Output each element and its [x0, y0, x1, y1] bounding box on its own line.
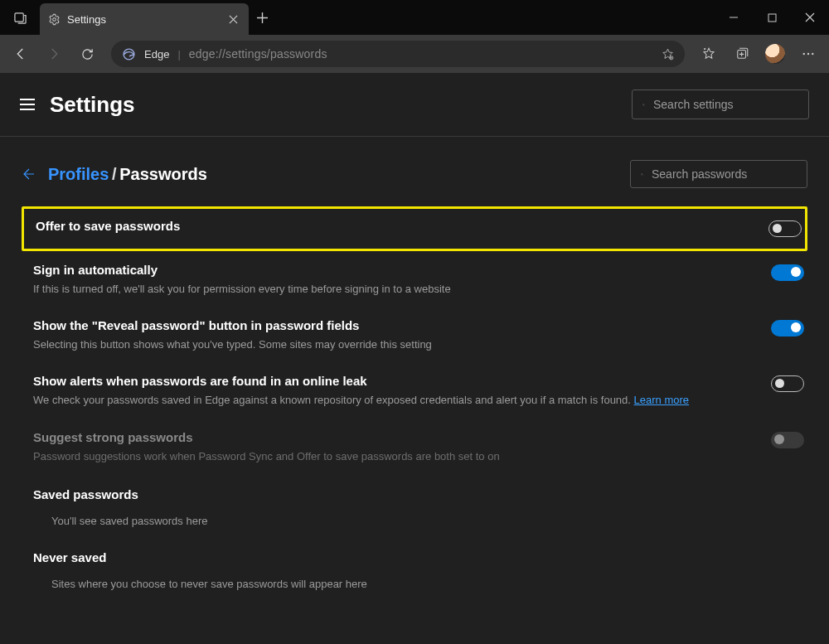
toggle-reveal-password[interactable]: [771, 320, 804, 337]
search-icon: [641, 168, 643, 181]
profile-button[interactable]: [759, 40, 791, 68]
address-url: edge://settings/passwords: [189, 47, 327, 61]
gear-icon: [48, 13, 61, 26]
search-passwords-input[interactable]: [652, 167, 797, 181]
minimize-button[interactable]: [715, 0, 753, 35]
page-title: Settings: [50, 92, 135, 118]
refresh-button[interactable]: [71, 40, 103, 68]
search-settings[interactable]: [632, 90, 809, 119]
setting-desc: If this is turned off, we'll ask you for…: [33, 282, 758, 297]
edge-logo-icon: [121, 46, 136, 61]
close-window-button[interactable]: [791, 0, 829, 35]
setting-title: Sign in automatically: [33, 263, 758, 277]
setting-desc: Selecting this button shows what you've …: [33, 337, 758, 352]
setting-title: Show the "Reveal password" button in pas…: [33, 318, 758, 332]
setting-leak-alerts: Show alerts when passwords are found in …: [22, 364, 807, 419]
tab-actions-icon[interactable]: [0, 0, 40, 35]
breadcrumb-back-icon[interactable]: [22, 167, 36, 182]
setting-desc-text: We check your passwords saved in Edge ag…: [33, 394, 634, 406]
setting-title: Suggest strong passwords: [33, 430, 758, 444]
avatar-icon: [765, 44, 785, 64]
setting-title: Show alerts when passwords are found in …: [33, 374, 758, 388]
svg-point-7: [807, 53, 809, 55]
setting-auto-signin: Sign in automatically If this is turned …: [22, 253, 807, 308]
back-button[interactable]: [5, 40, 36, 68]
svg-rect-0: [14, 12, 22, 21]
browser-toolbar: Edge | edge://settings/passwords: [0, 35, 829, 73]
toggle-auto-signin[interactable]: [771, 264, 804, 281]
setting-offer-save-passwords: Offer to save passwords: [22, 206, 807, 251]
breadcrumb-parent[interactable]: Profiles: [48, 165, 109, 183]
tab-title: Settings: [67, 13, 219, 26]
svg-point-8: [812, 53, 813, 55]
saved-passwords-empty: You'll see saved passwords here: [22, 506, 807, 539]
search-icon: [642, 99, 645, 111]
window-controls: [715, 0, 829, 35]
svg-point-3: [124, 49, 134, 60]
svg-point-6: [803, 53, 805, 55]
saved-passwords-heading: Saved passwords: [22, 476, 807, 506]
settings-header: Settings: [0, 73, 829, 137]
collections-button[interactable]: [726, 40, 758, 68]
breadcrumb-separator: /: [112, 165, 117, 183]
more-menu-button[interactable]: [793, 40, 824, 68]
setting-desc: Password suggestions work when Password …: [33, 449, 758, 464]
search-settings-input[interactable]: [653, 98, 798, 111]
breadcrumb-group: Profiles / Passwords: [48, 165, 207, 184]
search-passwords[interactable]: [630, 160, 807, 188]
breadcrumb: Profiles / Passwords: [22, 160, 807, 188]
maximize-button[interactable]: [753, 0, 791, 35]
favorite-icon[interactable]: [661, 47, 675, 61]
setting-desc: We check your passwords saved in Edge ag…: [33, 393, 758, 408]
toggle-offer-save-passwords[interactable]: [768, 220, 802, 237]
window-titlebar: Settings: [0, 0, 829, 35]
setting-reveal-password: Show the "Reveal password" button in pas…: [22, 308, 807, 364]
never-saved-heading: Never saved: [22, 539, 807, 569]
learn-more-link[interactable]: Learn more: [634, 394, 689, 406]
never-saved-empty: Sites where you choose to never save pas…: [22, 569, 807, 602]
new-tab-button[interactable]: [249, 0, 275, 35]
address-separator: |: [177, 48, 180, 61]
svg-rect-2: [768, 14, 776, 22]
address-bar[interactable]: Edge | edge://settings/passwords: [111, 41, 685, 67]
close-tab-icon[interactable]: [225, 15, 240, 24]
settings-content: Profiles / Passwords Offer to save passw…: [0, 137, 829, 602]
svg-point-1: [53, 17, 56, 21]
svg-point-10: [642, 173, 643, 175]
setting-suggest-strong-passwords: Suggest strong passwords Password sugges…: [22, 420, 807, 476]
forward-button[interactable]: [38, 40, 70, 68]
svg-point-9: [643, 104, 645, 105]
address-brand: Edge: [144, 48, 169, 61]
setting-title: Offer to save passwords: [36, 219, 755, 233]
favorites-button[interactable]: [693, 40, 725, 68]
breadcrumb-current: Passwords: [119, 165, 207, 183]
hamburger-menu-button[interactable]: [20, 99, 35, 110]
toggle-leak-alerts[interactable]: [771, 375, 804, 392]
toggle-suggest-strong-passwords: [771, 432, 804, 448]
browser-tab[interactable]: Settings: [40, 3, 249, 35]
